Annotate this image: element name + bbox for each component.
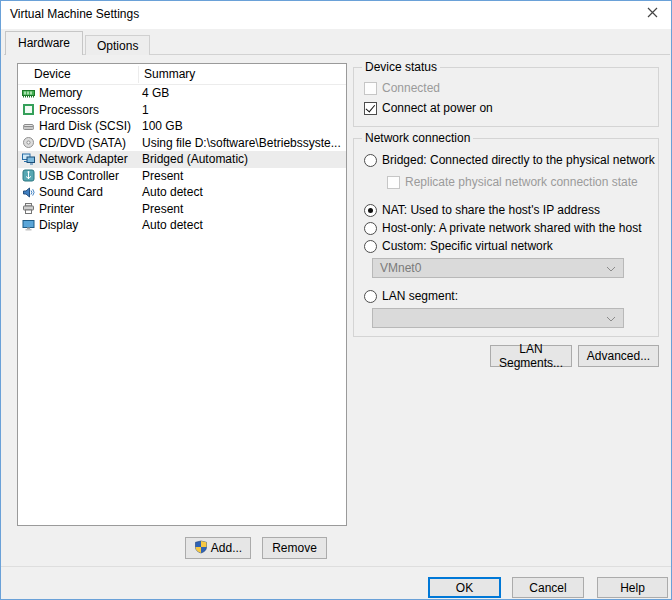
add-button[interactable]: Add... (185, 537, 251, 559)
memory-icon (22, 87, 36, 100)
host-only-radio[interactable] (364, 222, 377, 235)
device-name: Display (39, 218, 141, 232)
device-name: Memory (39, 86, 141, 100)
bridged-label: Bridged: Connected directly to the physi… (382, 153, 655, 167)
bridged-radio[interactable] (364, 154, 377, 167)
device-name: Sound Card (39, 185, 141, 199)
processor-icon (22, 103, 36, 116)
nat-radio[interactable] (364, 204, 377, 217)
lan-segments-button[interactable]: LAN Segments... (490, 345, 572, 367)
remove-button[interactable]: Remove (262, 537, 327, 559)
custom-network-value: VMnet0 (380, 261, 421, 275)
custom-radio[interactable] (364, 240, 377, 253)
device-summary: 4 GB (142, 86, 169, 100)
host-only-field[interactable]: Host-only: A private network shared with… (364, 221, 641, 235)
device-summary: Present (142, 169, 183, 183)
titlebar: Virtual Machine Settings (1, 1, 671, 29)
bridged-field[interactable]: Bridged: Connected directly to the physi… (364, 153, 655, 167)
device-name: CD/DVD (SATA) (39, 136, 141, 150)
column-header-device: Device (18, 67, 138, 81)
lan-segment-field[interactable]: LAN segment: (364, 289, 458, 303)
device-row-display[interactable]: DisplayAuto detect (18, 217, 346, 234)
custom-label: Custom: Specific virtual network (382, 239, 553, 253)
display-icon (22, 219, 36, 232)
tab-options[interactable]: Options (85, 35, 150, 55)
uac-shield-icon (194, 540, 208, 557)
network-connection-title: Network connection (362, 131, 473, 145)
device-row-hard-disk[interactable]: Hard Disk (SCSI)100 GB (18, 118, 346, 135)
tab-hardware[interactable]: Hardware (5, 31, 83, 55)
connected-label: Connected (382, 81, 440, 95)
device-status-title: Device status (362, 60, 440, 74)
printer-icon (22, 202, 36, 215)
sound-card-icon (22, 186, 36, 199)
device-summary: 1 (142, 103, 149, 117)
lan-segment-select (372, 308, 624, 328)
ok-button[interactable]: OK (428, 577, 501, 598)
replicate-checkbox (387, 176, 400, 189)
add-button-label: Add... (211, 541, 242, 555)
hard-disk-icon (22, 120, 36, 133)
connected-field: Connected (364, 81, 440, 95)
column-header-summary: Summary (138, 66, 195, 83)
network-adapter-icon (22, 153, 36, 166)
advanced-button[interactable]: Advanced... (578, 345, 659, 367)
lan-segment-radio[interactable] (364, 290, 377, 303)
device-rows: Memory4 GBProcessors1Hard Disk (SCSI)100… (18, 85, 346, 234)
device-row-network-adapter[interactable]: Network AdapterBridged (Automatic) (18, 151, 346, 168)
device-name: Processors (39, 103, 141, 117)
custom-network-select: VMnet0 (372, 258, 624, 278)
close-button[interactable] (633, 1, 671, 27)
connect-at-power-on-label: Connect at power on (382, 101, 493, 115)
network-connection-group: Network connection Bridged: Connected di… (353, 138, 659, 337)
replicate-field: Replicate physical network connection st… (387, 175, 638, 189)
device-summary: Using file D:\software\Betriebssyste... (142, 136, 341, 150)
device-status-group: Device status Connected Connect at power… (353, 67, 659, 127)
chevron-down-icon (606, 261, 616, 275)
device-list: Device Summary Memory4 GBProcessors1Hard… (17, 63, 347, 526)
virtual-machine-settings-dialog: Virtual Machine Settings Hardware Option… (0, 0, 672, 600)
tab-strip: Hardware Options (5, 32, 150, 55)
connect-at-power-on-checkbox[interactable] (364, 102, 377, 115)
device-row-memory[interactable]: Memory4 GB (18, 85, 346, 102)
device-name: Hard Disk (SCSI) (39, 119, 141, 133)
device-name: Printer (39, 202, 141, 216)
device-row-processor[interactable]: Processors1 (18, 102, 346, 119)
device-summary: 100 GB (142, 119, 183, 133)
window-title: Virtual Machine Settings (10, 7, 139, 21)
device-name: Network Adapter (39, 152, 141, 166)
usb-controller-icon (22, 169, 36, 182)
device-row-printer[interactable]: PrinterPresent (18, 201, 346, 218)
nat-label: NAT: Used to share the host's IP address (382, 203, 600, 217)
device-name: USB Controller (39, 169, 141, 183)
device-summary: Present (142, 202, 183, 216)
connect-at-power-on-field[interactable]: Connect at power on (364, 101, 493, 115)
device-row-sound-card[interactable]: Sound CardAuto detect (18, 184, 346, 201)
connected-checkbox (364, 82, 377, 95)
help-button[interactable]: Help (597, 577, 668, 598)
cancel-button[interactable]: Cancel (512, 577, 584, 598)
close-icon (647, 7, 658, 21)
replicate-label: Replicate physical network connection st… (405, 175, 638, 189)
chevron-down-icon (606, 311, 616, 325)
cd-dvd-icon (22, 136, 36, 149)
device-summary: Auto detect (142, 185, 203, 199)
host-only-label: Host-only: A private network shared with… (382, 221, 641, 235)
device-summary: Bridged (Automatic) (142, 152, 248, 166)
device-row-usb-controller[interactable]: USB ControllerPresent (18, 168, 346, 185)
lan-segment-label: LAN segment: (382, 289, 458, 303)
nat-field[interactable]: NAT: Used to share the host's IP address (364, 203, 600, 217)
device-row-cd-dvd[interactable]: CD/DVD (SATA)Using file D:\software\Betr… (18, 135, 346, 152)
device-list-header: Device Summary (18, 64, 346, 85)
custom-field[interactable]: Custom: Specific virtual network (364, 239, 553, 253)
device-summary: Auto detect (142, 218, 203, 232)
